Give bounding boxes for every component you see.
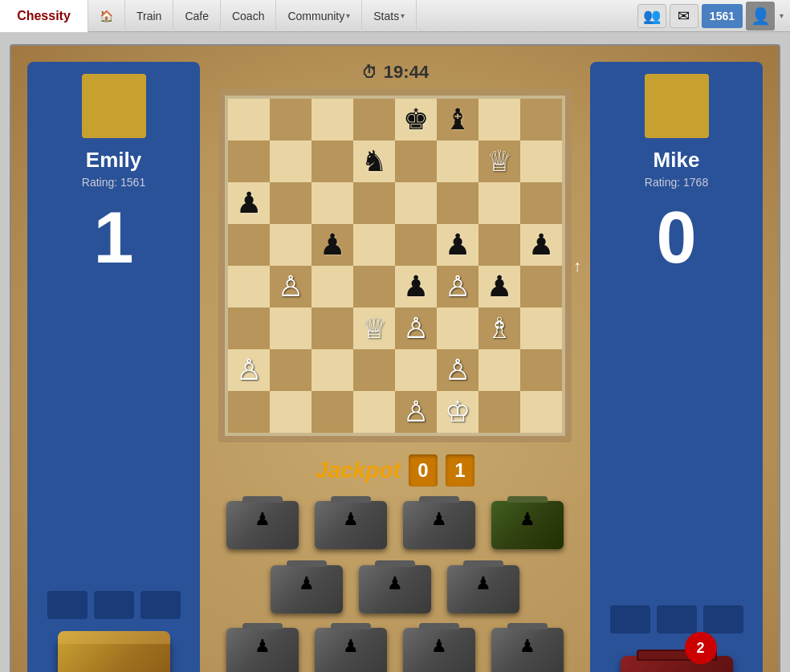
chess-cell[interactable]: ♟	[312, 224, 353, 266]
chess-cell[interactable]	[437, 182, 478, 224]
chess-cell[interactable]	[520, 182, 562, 224]
chess-cell[interactable]	[312, 182, 353, 224]
jackpot-chest	[58, 637, 170, 672]
chess-cell[interactable]	[228, 307, 270, 349]
player1-score: 1	[93, 202, 133, 274]
chess-cell[interactable]	[353, 182, 395, 224]
nav-community[interactable]: Community ▾	[276, 0, 362, 32]
chess-cell[interactable]	[520, 307, 562, 349]
case-item[interactable]: ♟	[226, 501, 299, 549]
chess-cell[interactable]	[520, 266, 562, 307]
nav-home[interactable]: 🏠	[88, 0, 125, 32]
chess-cell[interactable]: ♞	[353, 141, 395, 182]
chess-cell[interactable]: ♙	[395, 307, 437, 349]
nav-coach[interactable]: Coach	[221, 0, 276, 32]
chess-cell[interactable]	[312, 391, 353, 433]
logo-text: Chessity	[17, 9, 71, 23]
briefcase-area: 2	[621, 648, 733, 672]
case-item[interactable]: ♟	[403, 628, 475, 672]
chess-cell[interactable]: ♕	[478, 141, 520, 182]
chess-cell[interactable]	[270, 391, 312, 433]
chess-cell[interactable]: ♟	[228, 182, 270, 224]
friends-button[interactable]: 👥	[637, 4, 666, 28]
case-item[interactable]: ♟	[491, 628, 564, 672]
account-dropdown-arrow[interactable]: ▾	[780, 11, 784, 20]
chess-cell[interactable]	[478, 99, 520, 141]
chess-cell[interactable]	[270, 224, 312, 266]
case-item[interactable]: ♟	[315, 501, 387, 549]
chess-cell[interactable]: ♟	[520, 224, 562, 266]
chess-cell[interactable]	[270, 307, 312, 349]
chess-cell[interactable]	[312, 141, 353, 182]
token-slot-4	[610, 605, 650, 633]
chess-cell[interactable]: ♟	[478, 266, 520, 307]
chess-cell[interactable]	[312, 266, 353, 307]
chess-cell[interactable]	[437, 307, 478, 349]
chess-cell[interactable]: ♙	[395, 391, 437, 433]
avatar[interactable]: 👤	[746, 2, 775, 31]
chess-cell[interactable]	[395, 349, 437, 391]
chess-cell[interactable]	[395, 141, 437, 182]
chess-cell[interactable]	[228, 266, 270, 307]
chess-cell[interactable]: ♙	[228, 349, 270, 391]
chess-cell[interactable]	[520, 391, 562, 433]
chess-cell[interactable]: ♕	[353, 307, 395, 349]
nav-cafe[interactable]: Cafe	[173, 0, 221, 32]
chess-cell[interactable]	[270, 99, 312, 141]
case-item[interactable]: ♟	[403, 501, 475, 549]
chess-cell[interactable]	[228, 99, 270, 141]
chess-cell[interactable]	[270, 182, 312, 224]
chess-cell[interactable]	[353, 266, 395, 307]
logo[interactable]: Chessity	[0, 0, 88, 32]
case-item[interactable]: ♟	[226, 628, 299, 672]
chess-cell[interactable]	[478, 182, 520, 224]
player1-name: Emily	[86, 148, 141, 173]
nav-train[interactable]: Train	[125, 0, 173, 32]
chess-cell[interactable]	[312, 349, 353, 391]
chess-board-wrapper: ♚♝♞♕♟♟♟♟♙♟♙♟♕♙♗♙♙♙♔ ↑	[218, 89, 572, 442]
chess-cell[interactable]: ♙	[437, 266, 478, 307]
chess-cell[interactable]	[520, 141, 562, 182]
chess-cell[interactable]: ♝	[437, 99, 478, 141]
chess-cell[interactable]: ♟	[437, 224, 478, 266]
case-item[interactable]: ♟	[447, 565, 519, 613]
chess-cell[interactable]	[353, 99, 395, 141]
chess-cell[interactable]: ♟	[395, 266, 437, 307]
chess-cell[interactable]	[312, 99, 353, 141]
chess-cell[interactable]	[353, 391, 395, 433]
chess-cell[interactable]	[478, 391, 520, 433]
chess-cell[interactable]	[312, 307, 353, 349]
nav-stats[interactable]: Stats ▾	[362, 0, 417, 32]
chess-cell[interactable]	[228, 141, 270, 182]
chess-cell[interactable]	[353, 349, 395, 391]
chess-cell[interactable]: ♔	[437, 391, 478, 433]
chess-cell[interactable]	[228, 391, 270, 433]
rating-button[interactable]: 1561	[702, 4, 743, 28]
case-item[interactable]: ♟	[359, 565, 431, 613]
jackpot-banner: JACKPOT	[58, 633, 170, 672]
chess-cell[interactable]: ♙	[270, 266, 312, 307]
case-item[interactable]: ♟	[271, 565, 343, 613]
chess-cell[interactable]	[270, 349, 312, 391]
chess-cell[interactable]	[395, 224, 437, 266]
stats-dropdown-arrow: ▾	[401, 11, 405, 20]
chess-cell[interactable]	[353, 224, 395, 266]
chess-cell[interactable]	[395, 182, 437, 224]
chess-cell[interactable]: ♙	[437, 349, 478, 391]
chess-cell[interactable]	[270, 141, 312, 182]
chess-cell[interactable]	[478, 349, 520, 391]
chess-cell[interactable]: ♗	[478, 307, 520, 349]
chess-cell[interactable]	[520, 99, 562, 141]
chess-cell[interactable]	[478, 224, 520, 266]
case-item[interactable]: ♟	[315, 628, 387, 672]
chess-cell[interactable]	[228, 224, 270, 266]
scroll-arrow[interactable]: ↑	[573, 257, 581, 275]
chess-cell[interactable]: ♚	[395, 99, 437, 141]
player2-score: 0	[656, 202, 696, 274]
messages-button[interactable]: ✉	[670, 4, 698, 28]
jackpot-row: Jackpot 0 1	[316, 454, 474, 487]
chess-cell[interactable]	[437, 141, 478, 182]
chess-board[interactable]: ♚♝♞♕♟♟♟♟♙♟♙♟♕♙♗♙♙♙♔	[228, 99, 562, 433]
case-item-selected[interactable]: ♟	[491, 501, 564, 549]
chess-cell[interactable]	[520, 349, 562, 391]
